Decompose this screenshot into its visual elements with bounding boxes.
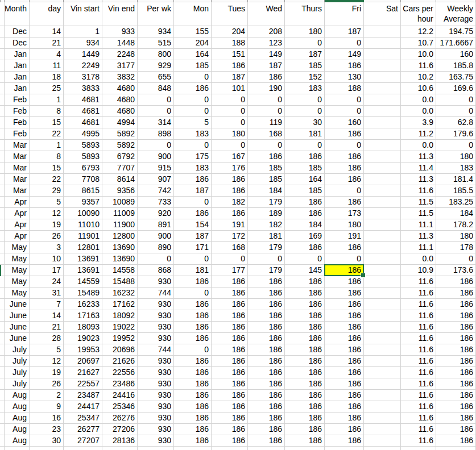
cell-month[interactable] <box>5 447 30 450</box>
cell-sat[interactable] <box>364 356 401 367</box>
cell-per-wk[interactable]: 930 <box>138 435 174 447</box>
cell-vin-end[interactable]: 23486 <box>102 378 138 390</box>
cell-sat[interactable] <box>364 253 401 265</box>
cell-weekly-average[interactable]: 160 <box>436 49 476 60</box>
column-header-day[interactable]: day <box>30 2 64 26</box>
cell-mon[interactable]: 183 <box>174 128 212 140</box>
row-sliver-cell[interactable] <box>0 253 5 265</box>
cell-cars-per-hour[interactable]: 10.2 <box>401 72 436 83</box>
cell-day[interactable]: 28 <box>30 333 64 344</box>
cell-tues[interactable] <box>212 447 248 450</box>
cell-sat[interactable] <box>364 60 401 72</box>
cell-thurs[interactable]: 0 <box>285 38 325 49</box>
cell-sat[interactable] <box>364 185 401 197</box>
cell-vin-start[interactable]: 26277 <box>64 424 102 435</box>
cell-per-wk[interactable] <box>138 447 174 450</box>
cell-vin-start[interactable]: 6793 <box>64 163 102 174</box>
cell-cars-per-hour[interactable]: 11.6 <box>401 288 436 299</box>
cell-cars-per-hour[interactable]: 11.6 <box>401 435 436 447</box>
cell-fri[interactable]: 186 <box>325 378 364 390</box>
cell-day[interactable]: 5 <box>30 197 64 208</box>
cell-thurs[interactable]: 30 <box>285 117 325 128</box>
cell-sat[interactable] <box>364 49 401 60</box>
row-sliver-cell[interactable] <box>0 83 5 94</box>
cell-tues[interactable]: 186 <box>212 424 248 435</box>
cell-cars-per-hour[interactable]: 11.6 <box>401 344 436 356</box>
cell-wed[interactable]: 208 <box>248 26 285 38</box>
cell-month[interactable]: May <box>5 276 30 288</box>
cell-per-wk[interactable]: 930 <box>138 401 174 413</box>
cell-cars-per-hour[interactable]: 0.0 <box>401 253 436 265</box>
cell-day[interactable]: 2 <box>30 390 64 401</box>
cell-per-wk[interactable]: 314 <box>138 117 174 128</box>
cell-sat[interactable] <box>364 83 401 94</box>
cell-per-wk[interactable]: 891 <box>138 219 174 231</box>
column-header-vin-start[interactable]: Vin start <box>64 2 102 26</box>
cell-thurs[interactable]: 186 <box>285 151 325 163</box>
cell-thurs[interactable]: 186 <box>285 378 325 390</box>
row-sliver-cell[interactable] <box>0 197 5 208</box>
row-sliver-cell[interactable] <box>0 356 5 367</box>
cell-thurs[interactable]: 186 <box>285 208 325 219</box>
cell-thurs[interactable]: 169 <box>285 231 325 242</box>
cell-weekly-average[interactable]: 186 <box>436 378 476 390</box>
cell-tues[interactable]: 204 <box>212 26 248 38</box>
cell-thurs[interactable]: 183 <box>285 83 325 94</box>
cell-cars-per-hour[interactable]: 10.0 <box>401 49 436 60</box>
cell-wed[interactable]: 186 <box>248 333 285 344</box>
cell-weekly-average[interactable]: 178.2 <box>436 219 476 231</box>
cell-sat[interactable] <box>364 447 401 450</box>
cell-vin-start[interactable]: 25347 <box>64 413 102 424</box>
cell-day[interactable]: 12 <box>30 356 64 367</box>
cell-day[interactable]: 19 <box>30 219 64 231</box>
cell-thurs[interactable]: 186 <box>285 242 325 253</box>
cell-thurs[interactable]: 186 <box>285 367 325 378</box>
cell-mon[interactable]: 186 <box>174 356 212 367</box>
cell-thurs[interactable]: 186 <box>285 356 325 367</box>
cell-weekly-average[interactable]: 186 <box>436 276 476 288</box>
cell-cars-per-hour[interactable]: 11.6 <box>401 390 436 401</box>
cell-vin-end[interactable]: 11009 <box>102 208 138 219</box>
cell-per-wk[interactable]: 0 <box>138 140 174 151</box>
cell-tues[interactable]: 186 <box>212 367 248 378</box>
cell-weekly-average[interactable]: 186 <box>436 424 476 435</box>
row-sliver-cell[interactable] <box>0 413 5 424</box>
row-sliver-cell[interactable] <box>0 276 5 288</box>
cell-sat[interactable] <box>364 435 401 447</box>
cell-cars-per-hour[interactable]: 11.1 <box>401 242 436 253</box>
cell-per-wk[interactable]: 930 <box>138 367 174 378</box>
cell-sat[interactable] <box>364 197 401 208</box>
cell-vin-end[interactable]: 18092 <box>102 310 138 322</box>
cell-month[interactable]: Apr <box>5 231 30 242</box>
cell-mon[interactable]: 186 <box>174 435 212 447</box>
cell-sat[interactable] <box>364 151 401 163</box>
cell-fri[interactable]: 186 <box>325 151 364 163</box>
fill-handle[interactable] <box>361 273 366 278</box>
cell-cars-per-hour[interactable]: 12.2 <box>401 26 436 38</box>
cell-fri[interactable]: 186 <box>325 344 364 356</box>
cell-per-wk[interactable]: 900 <box>138 231 174 242</box>
cell-day[interactable]: 21 <box>30 38 64 49</box>
cell-vin-end[interactable]: 4680 <box>102 83 138 94</box>
cell-thurs[interactable]: 186 <box>285 288 325 299</box>
cell-mon[interactable]: 171 <box>174 242 212 253</box>
cell-tues[interactable]: 168 <box>212 242 248 253</box>
cell-per-wk[interactable]: 744 <box>138 288 174 299</box>
cell-vin-end[interactable]: 933 <box>102 26 138 38</box>
cell-tues[interactable]: 186 <box>212 310 248 322</box>
cell-wed[interactable]: 123 <box>248 38 285 49</box>
cell-vin-end[interactable]: 4680 <box>102 106 138 117</box>
cell-tues[interactable]: 186 <box>212 299 248 310</box>
cell-mon[interactable]: 0 <box>174 344 212 356</box>
cell-tues[interactable]: 186 <box>212 435 248 447</box>
cell-wed[interactable]: 185 <box>248 174 285 185</box>
cell-day[interactable]: 16 <box>30 413 64 424</box>
cell-tues[interactable]: 186 <box>212 401 248 413</box>
cell-tues[interactable]: 186 <box>212 378 248 390</box>
cell-cars-per-hour[interactable]: 11.6 <box>401 299 436 310</box>
cell-vin-end[interactable]: 19952 <box>102 333 138 344</box>
cell-month[interactable]: July <box>5 367 30 378</box>
cell-day[interactable]: 21 <box>30 322 64 333</box>
cell-wed[interactable]: 190 <box>248 83 285 94</box>
cell-weekly-average[interactable]: 171.6667 <box>436 38 476 49</box>
